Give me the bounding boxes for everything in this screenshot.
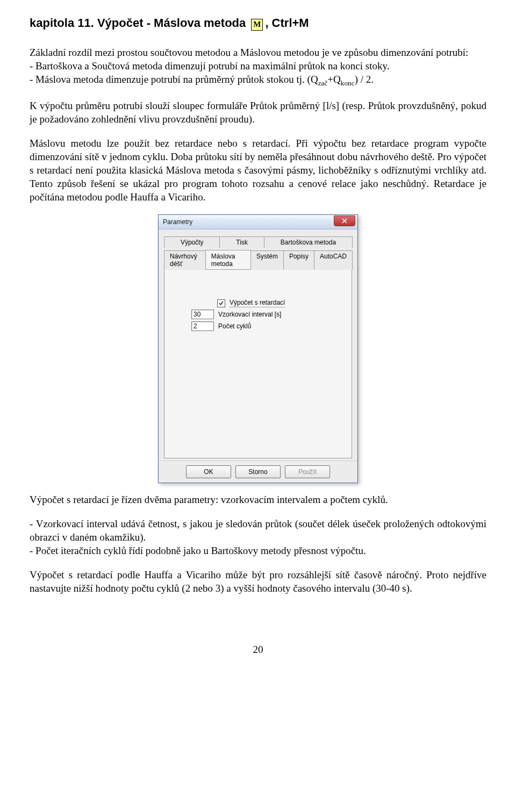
tab-vypocty[interactable]: Výpočty [164,236,220,248]
tab-popisy[interactable]: Popisy [283,250,314,270]
ok-button[interactable]: OK [186,465,231,478]
heading-prefix: kapitola 11. Výpočet - Máslova metoda [30,16,246,30]
m-icon: M [251,19,263,31]
cancel-button[interactable]: Storno [235,465,281,478]
tab-system[interactable]: Systém [250,250,284,270]
cycles-input[interactable] [191,321,214,331]
paragraph-2: K výpočtu průměru potrubí slouží sloupec… [30,99,486,126]
dialog-button-row: OK Storno Použít [159,461,357,483]
paragraph-3: Máslovu metodu lze použít bez retardace … [30,136,486,204]
tab-maslova-metoda[interactable]: Máslova metoda [205,250,251,269]
checkmark-icon [218,300,224,306]
tab-tisk[interactable]: Tisk [219,236,264,248]
tab-row-1: Výpočty Tisk Bartoškova metoda [164,236,352,248]
apply-button[interactable]: Použít [285,465,330,478]
tab-navrhovy-dest[interactable]: Návrhový déšť [164,250,206,270]
dialog-title: Parametry [163,218,192,226]
page-number: 20 [30,644,486,656]
tab-bartoskova[interactable]: Bartoškova metoda [264,236,353,248]
paragraph-intro: Základní rozdíl mezi prostou součtovou m… [30,46,486,88]
retardace-label: Výpočet s retardací [230,299,285,307]
close-icon [341,218,348,224]
paragraph-6: Výpočet s retardací podle Hauffa a Vicar… [30,568,486,595]
tab-row-2: Návrhový déšť Máslova metoda Systém Popi… [164,250,352,270]
paragraph-4: Výpočet s retardací je řízen dvěma param… [30,493,486,506]
dialog-close-button[interactable] [334,215,355,226]
tab-panel-maslova: Výpočet s retardací Vzorkovací interval … [164,270,352,458]
parameters-dialog: Parametry Výpočty Tisk Bartoškova metoda… [158,214,358,483]
retardace-checkbox[interactable] [217,299,225,307]
paragraph-5: - Vzorkovací interval udává četnost, s j… [30,517,486,557]
cycles-label: Počet cyklů [218,322,251,330]
tab-autocad[interactable]: AutoCAD [314,250,353,270]
interval-label: Vzorkovací interval [s] [218,311,281,318]
chapter-heading: kapitola 11. Výpočet - Máslova metoda M,… [30,16,486,31]
interval-input[interactable] [191,310,214,319]
heading-suffix: , Ctrl+M [265,16,309,30]
dialog-titlebar[interactable]: Parametry [159,215,357,229]
